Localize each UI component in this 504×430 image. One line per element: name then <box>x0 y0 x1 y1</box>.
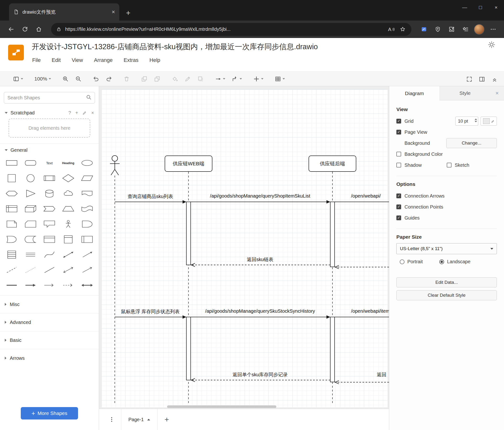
zoom-level-button[interactable]: 100% <box>34 76 51 82</box>
shape-vertical-container[interactable] <box>59 232 78 247</box>
message-label[interactable]: /open/webapi/ <box>351 193 381 199</box>
shape-tape[interactable] <box>78 201 96 216</box>
shape-list[interactable] <box>2 247 21 262</box>
tab-close-icon[interactable]: × <box>112 9 115 15</box>
shape-thin-arrow[interactable] <box>40 278 59 293</box>
pages-menu-button[interactable] <box>108 416 115 423</box>
favorite-button[interactable] <box>399 26 406 33</box>
shape-horizontal-arrow[interactable] <box>21 278 40 293</box>
shape-cloud[interactable] <box>59 186 78 201</box>
shape-line[interactable] <box>40 262 59 278</box>
shape-and[interactable] <box>2 232 21 247</box>
shape-bidirectional-arrow[interactable] <box>59 247 78 262</box>
scratchpad-add-icon[interactable]: + <box>75 110 78 116</box>
menu-help[interactable]: Help <box>149 57 160 63</box>
shape-curve[interactable] <box>40 247 59 262</box>
tab-style[interactable]: Style <box>440 86 490 100</box>
connection-arrows-checkbox[interactable] <box>396 194 401 198</box>
sidebar-section-general[interactable]: General <box>0 144 99 154</box>
shape-rounded-rectangle[interactable] <box>21 155 40 171</box>
grid-checkbox[interactable] <box>396 119 401 123</box>
landscape-radio[interactable]: Landscape <box>439 259 470 264</box>
read-aloud-button[interactable]: A <box>388 27 395 32</box>
search-input[interactable] <box>4 92 95 103</box>
redo-button[interactable] <box>106 76 112 82</box>
paper-size-select[interactable]: US-Letter (8,5" x 11") <box>396 243 497 254</box>
collections-button[interactable] <box>419 24 429 35</box>
table-button[interactable] <box>275 76 285 82</box>
shape-cylinder[interactable] <box>40 186 59 201</box>
maximize-button[interactable]: □ <box>472 0 488 15</box>
shape-circle[interactable] <box>21 171 40 186</box>
shape-callout[interactable] <box>40 216 59 232</box>
shape-text[interactable]: Text <box>40 155 59 171</box>
url-text[interactable]: https://file.kkview.cn/onlinePreview?url… <box>65 27 384 32</box>
scratchpad-edit-icon[interactable] <box>82 111 87 115</box>
grid-size-stepper[interactable] <box>475 119 477 122</box>
shape-actor[interactable] <box>59 216 78 232</box>
scratchpad-close-icon[interactable]: × <box>91 110 94 116</box>
message-label[interactable]: 返回sku链表 <box>247 256 273 263</box>
message-label[interactable]: 返回单个sku库存同步记录 <box>233 372 288 378</box>
portrait-radio[interactable]: Portrait <box>400 259 423 264</box>
sidebar-section-misc[interactable]: Misc <box>0 295 99 313</box>
menu-file[interactable]: File <box>32 57 41 63</box>
extensions-button[interactable] <box>446 24 457 35</box>
shape-or[interactable] <box>78 216 96 232</box>
menu-view[interactable]: View <box>72 57 83 63</box>
shape-list-item[interactable] <box>21 247 40 262</box>
menu-arrange[interactable]: Arrange <box>94 57 113 63</box>
shadow-checkbox[interactable] <box>396 163 401 168</box>
shape-cube[interactable] <box>21 201 40 216</box>
shape-dashed-horizontal-arrow[interactable] <box>59 278 78 293</box>
scratchpad-dropzone[interactable]: Drag elements here <box>9 119 90 138</box>
sidebar-section-basic[interactable]: Basic <box>0 331 99 349</box>
participant-backend[interactable]: 供应链后端 <box>309 156 356 172</box>
add-page-button[interactable]: + <box>165 416 169 423</box>
zoom-in-button[interactable] <box>62 76 69 82</box>
shape-rectangle[interactable] <box>2 155 21 171</box>
sidebar-section-advanced[interactable]: Advanced <box>0 313 99 331</box>
shape-arrow[interactable] <box>78 247 96 262</box>
shield-extension-button[interactable] <box>432 24 443 35</box>
new-tab-button[interactable]: + <box>126 9 131 17</box>
more-shapes-button[interactable]: + More Shapes <box>21 407 78 420</box>
shape-card[interactable] <box>21 216 40 232</box>
waypoints-button[interactable] <box>232 76 242 82</box>
page-view-checkbox[interactable] <box>396 130 401 134</box>
guides-checkbox[interactable] <box>396 215 401 220</box>
browser-menu-button[interactable] <box>488 24 498 35</box>
minimize-button[interactable]: — <box>457 0 472 15</box>
undo-button[interactable] <box>93 76 99 82</box>
shape-dotted-line[interactable] <box>21 262 40 278</box>
menu-edit[interactable]: Edit <box>52 57 61 63</box>
zoom-out-button[interactable] <box>75 76 82 82</box>
drawing-canvas[interactable]: 供应链WEB端 供应链后端 查询店铺商品sku列表 /api/goods/sho… <box>99 86 389 409</box>
back-button[interactable] <box>6 24 16 35</box>
menu-extras[interactable]: Extras <box>124 57 138 63</box>
page-tab[interactable]: Page-1 <box>121 409 158 430</box>
fill-color-button[interactable] <box>171 76 178 82</box>
shape-data-storage[interactable] <box>21 232 40 247</box>
delete-button[interactable] <box>123 76 130 82</box>
shape-step[interactable] <box>40 201 59 216</box>
view-menu-button[interactable] <box>13 76 23 82</box>
shape-triangle[interactable] <box>21 186 40 201</box>
search-icon[interactable] <box>86 94 92 102</box>
close-button[interactable]: × <box>488 0 504 15</box>
shape-container[interactable] <box>40 232 59 247</box>
shape-dashed-line[interactable] <box>2 262 21 278</box>
shape-hexagon[interactable] <box>2 186 21 201</box>
shape-square[interactable] <box>2 171 21 186</box>
horizontal-scrollbar[interactable] <box>167 405 276 408</box>
message-label[interactable]: /open/webapi/item <box>351 308 389 314</box>
message-label[interactable]: /api/goods/shopManage/queryShopItemSkuLi… <box>210 193 310 199</box>
shape-document[interactable] <box>78 186 96 201</box>
background-color-checkbox[interactable] <box>396 152 401 157</box>
change-background-button[interactable]: Change... <box>446 138 497 148</box>
shape-parallelogram[interactable] <box>78 171 96 186</box>
theme-toggle-button[interactable] <box>488 41 495 49</box>
browser-tab[interactable]: drawio文件预览 × <box>9 3 119 20</box>
sketch-checkbox[interactable] <box>447 163 451 168</box>
shape-ellipse[interactable] <box>78 155 96 171</box>
